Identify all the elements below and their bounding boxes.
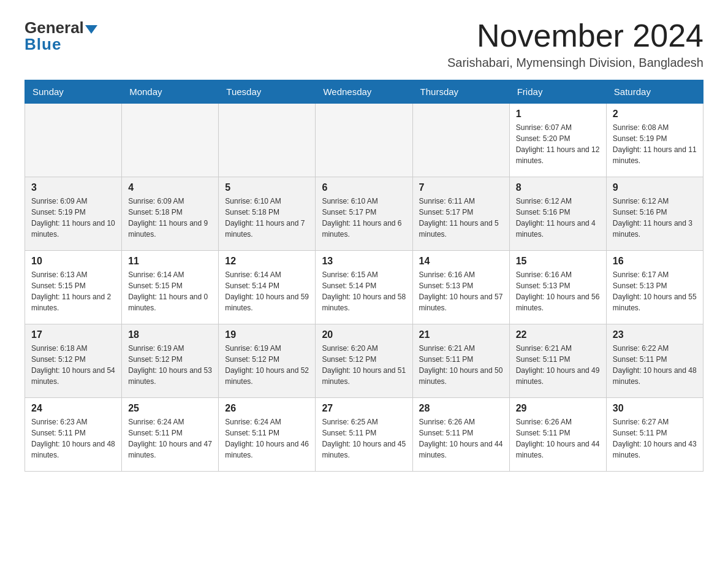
day-number: 29: [516, 403, 600, 414]
day-info: Sunrise: 6:11 AM Sunset: 5:17 PM Dayligh…: [419, 196, 503, 240]
day-info: Sunrise: 6:08 AM Sunset: 5:19 PM Dayligh…: [613, 122, 697, 166]
day-number: 19: [225, 329, 309, 340]
day-of-week-header: Friday: [509, 80, 606, 104]
day-info: Sunrise: 6:25 AM Sunset: 5:11 PM Dayligh…: [322, 416, 406, 461]
calendar-week-row: 17Sunrise: 6:18 AM Sunset: 5:12 PM Dayli…: [25, 324, 703, 398]
calendar-day-cell: 5Sunrise: 6:10 AM Sunset: 5:18 PM Daylig…: [219, 177, 316, 251]
day-number: 22: [516, 329, 600, 340]
calendar-day-cell: 12Sunrise: 6:14 AM Sunset: 5:14 PM Dayli…: [219, 251, 316, 324]
calendar-day-cell: [25, 104, 122, 177]
day-number: 28: [419, 403, 503, 414]
day-number: 8: [516, 182, 600, 193]
day-number: 16: [613, 256, 697, 267]
day-number: 14: [419, 256, 503, 267]
calendar-day-cell: 10Sunrise: 6:13 AM Sunset: 5:15 PM Dayli…: [25, 251, 122, 324]
day-number: 21: [419, 329, 503, 340]
day-of-week-header: Saturday: [606, 80, 703, 104]
day-info: Sunrise: 6:26 AM Sunset: 5:11 PM Dayligh…: [516, 416, 600, 461]
day-of-week-header: Tuesday: [219, 80, 316, 104]
month-title: November 2024: [447, 18, 703, 53]
day-info: Sunrise: 6:09 AM Sunset: 5:19 PM Dayligh…: [31, 196, 115, 240]
calendar-day-cell: 26Sunrise: 6:24 AM Sunset: 5:11 PM Dayli…: [219, 398, 316, 472]
calendar-day-cell: 25Sunrise: 6:24 AM Sunset: 5:11 PM Dayli…: [122, 398, 219, 472]
day-number: 27: [322, 403, 406, 414]
calendar-week-row: 24Sunrise: 6:23 AM Sunset: 5:11 PM Dayli…: [25, 398, 703, 472]
day-number: 4: [128, 182, 212, 193]
calendar-day-cell: 2Sunrise: 6:08 AM Sunset: 5:19 PM Daylig…: [606, 104, 703, 177]
day-number: 13: [322, 256, 406, 267]
day-number: 15: [516, 256, 600, 267]
day-info: Sunrise: 6:23 AM Sunset: 5:11 PM Dayligh…: [31, 416, 115, 461]
day-info: Sunrise: 6:22 AM Sunset: 5:11 PM Dayligh…: [613, 343, 697, 387]
calendar-day-cell: 11Sunrise: 6:14 AM Sunset: 5:15 PM Dayli…: [122, 251, 219, 324]
calendar-day-cell: 16Sunrise: 6:17 AM Sunset: 5:13 PM Dayli…: [606, 251, 703, 324]
day-info: Sunrise: 6:09 AM Sunset: 5:18 PM Dayligh…: [128, 196, 212, 240]
logo-blue-text: Blue: [25, 35, 61, 54]
day-of-week-header: Sunday: [25, 80, 122, 104]
day-number: 25: [128, 403, 212, 414]
day-of-week-header: Monday: [122, 80, 219, 104]
day-number: 26: [225, 403, 309, 414]
day-info: Sunrise: 6:07 AM Sunset: 5:20 PM Dayligh…: [516, 122, 600, 166]
calendar-day-cell: [412, 104, 509, 177]
calendar-day-cell: [316, 104, 412, 177]
day-info: Sunrise: 6:12 AM Sunset: 5:16 PM Dayligh…: [613, 196, 697, 240]
day-info: Sunrise: 6:12 AM Sunset: 5:16 PM Dayligh…: [516, 196, 600, 240]
day-number: 11: [128, 256, 212, 267]
day-number: 6: [322, 182, 406, 193]
calendar-week-row: 10Sunrise: 6:13 AM Sunset: 5:15 PM Dayli…: [25, 251, 703, 324]
calendar-day-cell: 29Sunrise: 6:26 AM Sunset: 5:11 PM Dayli…: [509, 398, 606, 472]
calendar-day-cell: 19Sunrise: 6:19 AM Sunset: 5:12 PM Dayli…: [219, 324, 316, 398]
day-info: Sunrise: 6:16 AM Sunset: 5:13 PM Dayligh…: [516, 269, 600, 313]
day-number: 2: [613, 109, 697, 120]
calendar-day-cell: 13Sunrise: 6:15 AM Sunset: 5:14 PM Dayli…: [316, 251, 412, 324]
day-number: 3: [31, 182, 115, 193]
calendar-day-cell: 6Sunrise: 6:10 AM Sunset: 5:17 PM Daylig…: [316, 177, 412, 251]
calendar-day-cell: 4Sunrise: 6:09 AM Sunset: 5:18 PM Daylig…: [122, 177, 219, 251]
day-info: Sunrise: 6:17 AM Sunset: 5:13 PM Dayligh…: [613, 269, 697, 313]
calendar-day-cell: 7Sunrise: 6:11 AM Sunset: 5:17 PM Daylig…: [412, 177, 509, 251]
day-info: Sunrise: 6:15 AM Sunset: 5:14 PM Dayligh…: [322, 269, 406, 313]
day-info: Sunrise: 6:10 AM Sunset: 5:17 PM Dayligh…: [322, 196, 406, 240]
calendar-day-cell: 30Sunrise: 6:27 AM Sunset: 5:11 PM Dayli…: [606, 398, 703, 472]
day-info: Sunrise: 6:13 AM Sunset: 5:15 PM Dayligh…: [31, 269, 115, 313]
calendar-table: SundayMondayTuesdayWednesdayThursdayFrid…: [25, 80, 703, 472]
day-number: 30: [613, 403, 697, 414]
calendar-day-cell: 18Sunrise: 6:19 AM Sunset: 5:12 PM Dayli…: [122, 324, 219, 398]
calendar-day-cell: 22Sunrise: 6:21 AM Sunset: 5:11 PM Dayli…: [509, 324, 606, 398]
day-info: Sunrise: 6:16 AM Sunset: 5:13 PM Dayligh…: [419, 269, 503, 313]
day-number: 9: [613, 182, 697, 193]
day-number: 18: [128, 329, 212, 340]
day-info: Sunrise: 6:21 AM Sunset: 5:11 PM Dayligh…: [516, 343, 600, 387]
day-number: 10: [31, 256, 115, 267]
day-number: 20: [322, 329, 406, 340]
day-info: Sunrise: 6:14 AM Sunset: 5:14 PM Dayligh…: [225, 269, 309, 313]
location-title: Sarishabari, Mymensingh Division, Bangla…: [447, 56, 703, 70]
day-info: Sunrise: 6:26 AM Sunset: 5:11 PM Dayligh…: [419, 416, 503, 461]
day-info: Sunrise: 6:19 AM Sunset: 5:12 PM Dayligh…: [225, 343, 309, 387]
calendar-day-cell: 15Sunrise: 6:16 AM Sunset: 5:13 PM Dayli…: [509, 251, 606, 324]
day-of-week-header: Wednesday: [316, 80, 412, 104]
day-info: Sunrise: 6:24 AM Sunset: 5:11 PM Dayligh…: [128, 416, 212, 461]
logo-triangle-icon: [85, 25, 97, 34]
calendar-day-cell: 17Sunrise: 6:18 AM Sunset: 5:12 PM Dayli…: [25, 324, 122, 398]
day-number: 12: [225, 256, 309, 267]
calendar-day-cell: 23Sunrise: 6:22 AM Sunset: 5:11 PM Dayli…: [606, 324, 703, 398]
day-info: Sunrise: 6:21 AM Sunset: 5:11 PM Dayligh…: [419, 343, 503, 387]
calendar-day-cell: 21Sunrise: 6:21 AM Sunset: 5:11 PM Dayli…: [412, 324, 509, 398]
day-number: 1: [516, 109, 600, 120]
day-info: Sunrise: 6:24 AM Sunset: 5:11 PM Dayligh…: [225, 416, 309, 461]
day-of-week-header: Thursday: [412, 80, 509, 104]
calendar-day-cell: 28Sunrise: 6:26 AM Sunset: 5:11 PM Dayli…: [412, 398, 509, 472]
day-info: Sunrise: 6:19 AM Sunset: 5:12 PM Dayligh…: [128, 343, 212, 387]
day-number: 7: [419, 182, 503, 193]
calendar-day-cell: 8Sunrise: 6:12 AM Sunset: 5:16 PM Daylig…: [509, 177, 606, 251]
day-info: Sunrise: 6:20 AM Sunset: 5:12 PM Dayligh…: [322, 343, 406, 387]
calendar-day-cell: 24Sunrise: 6:23 AM Sunset: 5:11 PM Dayli…: [25, 398, 122, 472]
page-header: General Blue November 2024 Sarishabari, …: [25, 18, 703, 70]
calendar-header: SundayMondayTuesdayWednesdayThursdayFrid…: [25, 80, 703, 104]
day-info: Sunrise: 6:14 AM Sunset: 5:15 PM Dayligh…: [128, 269, 212, 313]
calendar-day-cell: [219, 104, 316, 177]
day-number: 23: [613, 329, 697, 340]
calendar-week-row: 1Sunrise: 6:07 AM Sunset: 5:20 PM Daylig…: [25, 104, 703, 177]
